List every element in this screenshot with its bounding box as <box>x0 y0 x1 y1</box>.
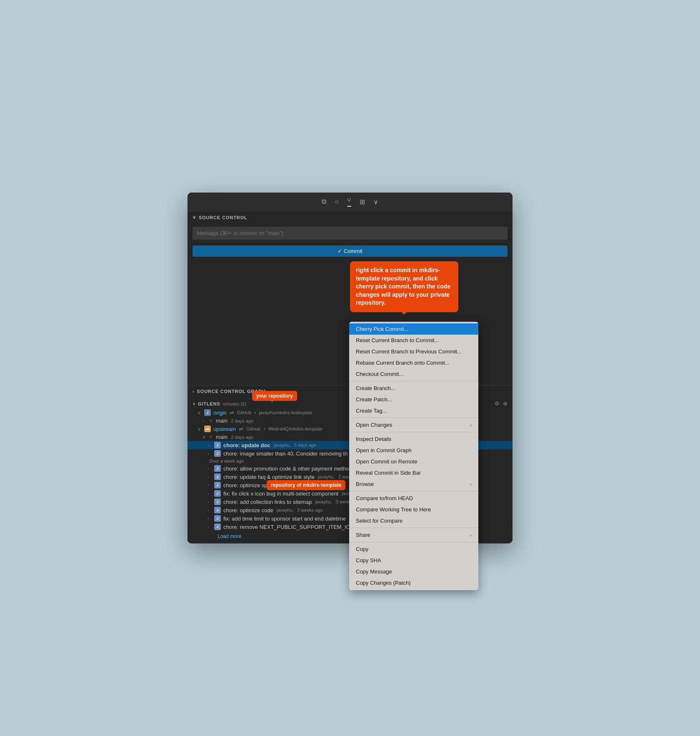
upstream-arrow: ⇌ <box>239 426 243 432</box>
menu-compare-head[interactable]: Compare to/from HEAD <box>349 493 478 504</box>
menu-reset-to-commit[interactable]: Reset Current Branch to Commit... <box>349 335 478 346</box>
open-changes-arrow: › <box>470 423 472 428</box>
copy-icon[interactable]: ⧉ <box>322 198 326 205</box>
menu-compare-working[interactable]: Compare Working Tree to Here <box>349 504 478 515</box>
c10-chevron: › <box>208 525 212 529</box>
origin-separator: • <box>254 410 256 416</box>
menu-browse[interactable]: Browse › <box>349 478 478 490</box>
c8-name: chore: optimize code <box>223 507 273 513</box>
toolbar: ⧉ ○ ⑂ ⊞ ∨ <box>188 193 512 211</box>
sep-6 <box>349 542 478 542</box>
menu-copy-patch-label: Copy Changes (Patch) <box>356 580 411 586</box>
c8-chevron: › <box>208 508 212 513</box>
menu-create-branch-label: Create Branch... <box>356 385 395 391</box>
origin-main-label: main <box>216 418 228 424</box>
upstream-main-time: 2 days ago <box>231 435 253 440</box>
c9-avatar: J <box>214 515 221 522</box>
gitlens-action-1[interactable]: ⚙ <box>495 401 500 407</box>
menu-checkout[interactable]: Checkout Commit... <box>349 368 478 380</box>
origin-chevron: ∨ <box>198 411 202 415</box>
menu-create-tag[interactable]: Create Tag... <box>349 405 478 416</box>
commit-button-row: ✓ Commit <box>188 243 512 260</box>
origin-avatar: J <box>204 409 211 416</box>
c7-avatar: J <box>214 498 221 505</box>
menu-create-patch[interactable]: Create Patch... <box>349 394 478 405</box>
c3-chevron: › <box>208 466 212 471</box>
c9-chevron: › <box>208 516 212 521</box>
menu-compare-working-label: Compare Working Tree to Here <box>356 506 431 513</box>
upstream-provider: GitHub <box>246 426 260 431</box>
menu-reveal-sidebar-label: Reveal Commit in Side Bar <box>356 470 421 476</box>
menu-copy-message-label: Copy Message <box>356 568 392 575</box>
menu-cherry-pick-label: Cherry Pick Commit... <box>356 326 408 332</box>
menu-open-remote[interactable]: Open Commit on Remote <box>349 456 478 467</box>
grid-icon[interactable]: ⊞ <box>360 198 365 206</box>
c2-name: chore: image smaller than 40. Consider r… <box>223 451 348 457</box>
c9-name: fix: add time limit to sponsor start and… <box>223 516 346 522</box>
origin-main-time: 2 days ago <box>231 418 253 423</box>
upstream-main-label: main <box>216 434 228 440</box>
gitlens-title: GITLENS <box>198 401 220 406</box>
sep-4 <box>349 491 478 491</box>
menu-copy-message[interactable]: Copy Message <box>349 566 478 577</box>
menu-rebase-label: Rebase Current Branch onto Commit... <box>356 360 450 366</box>
c10-avatar: J <box>214 523 221 530</box>
branch-icon-2: ⑂ <box>209 434 212 440</box>
source-control-icon[interactable]: ⑂ <box>347 197 351 207</box>
upstream-chevron: ∨ <box>198 427 202 431</box>
menu-copy-sha[interactable]: Copy SHA <box>349 555 478 566</box>
c4-name: chore: update faq & optimize link style <box>223 474 315 480</box>
c2-chevron: › <box>208 451 212 456</box>
graph-chevron-icon: › <box>192 389 195 394</box>
upstream-avatar: dir <box>204 426 211 432</box>
c4-avatar: J <box>214 473 221 480</box>
origin-provider: GitHub <box>237 410 251 415</box>
origin-label: origin <box>213 410 227 416</box>
menu-reset-prev[interactable]: Reset Current Branch to Previous Commit.… <box>349 346 478 357</box>
chevron-down-icon[interactable]: ∨ <box>373 198 378 206</box>
menu-select-compare[interactable]: Select for Compare <box>349 515 478 526</box>
sep-3 <box>349 432 478 432</box>
menu-open-changes[interactable]: Open Changes › <box>349 419 478 431</box>
menu-checkout-label: Checkout Commit... <box>356 371 403 377</box>
c6-chevron: › <box>208 491 212 496</box>
c10-name: chore: remove NEXT_PUBLIC_SUPPORT_ITEM_I… <box>223 524 363 530</box>
menu-inspect[interactable]: Inspect Details <box>349 433 478 445</box>
c5-chevron: › <box>208 483 212 488</box>
menu-copy-patch[interactable]: Copy Changes (Patch) <box>349 577 478 588</box>
menu-create-branch[interactable]: Create Branch... <box>349 383 478 394</box>
menu-browse-label: Browse <box>356 481 374 487</box>
menu-reset-label: Reset Current Branch to Commit... <box>356 337 439 343</box>
menu-share[interactable]: Share › <box>349 529 478 541</box>
c4-author: javayhu, <box>318 474 335 479</box>
c6-avatar: J <box>214 490 221 497</box>
source-control-header: ∨ SOURCE CONTROL <box>188 211 512 223</box>
menu-cherry-pick[interactable]: Cherry Pick Commit... <box>349 323 478 335</box>
annotation-mkdirs: repository of mkdirs-template <box>267 480 345 490</box>
c4-chevron: › <box>208 475 212 479</box>
sc-chevron-icon: ∨ <box>192 215 196 220</box>
menu-reset-prev-label: Reset Current Branch to Previous Commit.… <box>356 348 462 355</box>
c8-avatar: J <box>214 507 221 513</box>
c2-avatar: J <box>214 450 221 457</box>
commit-message-input[interactable] <box>192 227 508 240</box>
c7-chevron: › <box>208 500 212 504</box>
gitlens-action-2[interactable]: ⊕ <box>503 401 508 407</box>
search-icon[interactable]: ○ <box>335 198 339 205</box>
commit-button[interactable]: ✓ Commit <box>192 245 508 257</box>
gitlens-chevron-icon: ∨ <box>192 401 195 406</box>
menu-reveal-sidebar[interactable]: Reveal Commit in Side Bar <box>349 467 478 478</box>
menu-rebase[interactable]: Rebase Current Branch onto Commit... <box>349 357 478 368</box>
menu-select-compare-label: Select for Compare <box>356 518 402 524</box>
sep-2 <box>349 418 478 418</box>
menu-inspect-label: Inspect Details <box>356 436 391 442</box>
c3-avatar: J <box>214 465 221 472</box>
load-more-label[interactable]: Load more <box>208 532 251 541</box>
c1-avatar: J <box>214 442 221 448</box>
c6-name: fix: fix click x icon bug in multi-selec… <box>223 491 338 497</box>
branch-icon-1: ⑂ <box>209 418 212 424</box>
menu-copy[interactable]: Copy <box>349 543 478 555</box>
c3-name: chore: allow promotion code & other paym… <box>223 466 355 472</box>
menu-open-graph[interactable]: Open in Commit Graph <box>349 445 478 456</box>
menu-copy-label: Copy <box>356 546 368 552</box>
